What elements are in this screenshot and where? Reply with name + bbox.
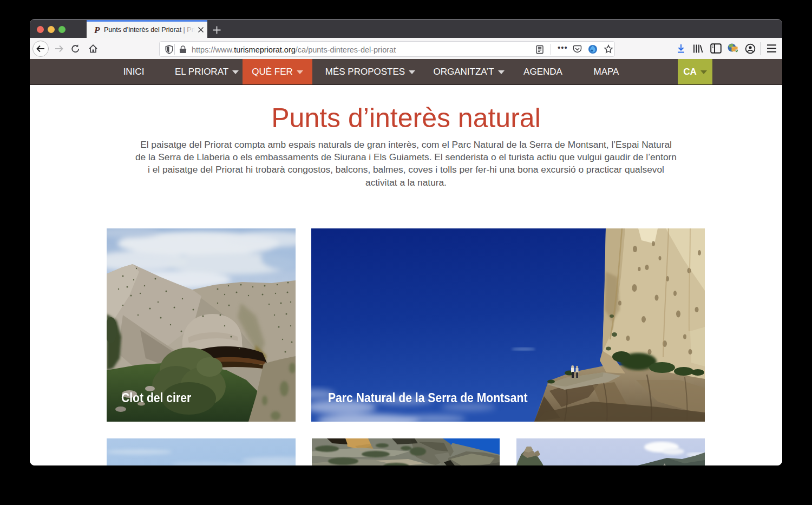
svg-text:P: P xyxy=(94,25,100,35)
